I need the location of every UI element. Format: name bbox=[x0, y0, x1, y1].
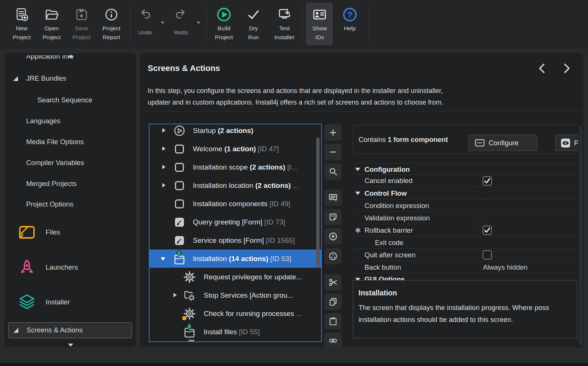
tree-item-installation-components[interactable]: Installation components [ID 49] bbox=[150, 195, 321, 213]
tree-item-startup[interactable]: Startup (2 actions) bbox=[150, 124, 321, 140]
undo-button[interactable] bbox=[138, 7, 152, 22]
sidebar-item-media-file-options[interactable]: Media File Options bbox=[26, 137, 84, 147]
expander-collapsed-icon[interactable] bbox=[173, 293, 177, 297]
tree-item-service-options[interactable]: Service options [Form] [ID 1565] bbox=[150, 231, 321, 249]
property-section-configuration[interactable]: Configuration bbox=[353, 163, 577, 175]
show-ids-label-1: Show bbox=[313, 25, 327, 31]
property-row-validation-expression[interactable]: Validation expression bbox=[353, 212, 577, 224]
checkbox-checked[interactable] bbox=[483, 176, 492, 186]
cut-button[interactable] bbox=[324, 274, 342, 291]
toolbar-divider bbox=[369, 4, 369, 44]
plus-icon bbox=[328, 128, 338, 137]
property-row-cancel-enabled[interactable]: Cancel enabled bbox=[353, 175, 577, 187]
property-section-control-flow[interactable]: Control Flow bbox=[353, 187, 577, 199]
section-collapse-icon[interactable] bbox=[355, 192, 360, 195]
sidebar-item-languages[interactable]: Languages bbox=[26, 116, 61, 126]
tree-item-welcome[interactable]: Welcome (1 action) [ID 47] bbox=[150, 140, 321, 158]
tree-item-installation-scope[interactable]: Installation scope (2 actions) [I... bbox=[150, 158, 321, 176]
redo-dropdown-arrow[interactable] bbox=[197, 22, 200, 24]
test-installer-button[interactable]: Test Installer bbox=[269, 2, 300, 46]
tree-item-check-running-processes[interactable]: Check for running processes ... bbox=[150, 304, 321, 323]
section-collapse-icon[interactable] bbox=[355, 168, 360, 171]
property-row-condition-expression[interactable]: Condition expression bbox=[353, 199, 577, 212]
open-project-button[interactable]: Open Project bbox=[37, 2, 66, 46]
redo-button[interactable] bbox=[174, 7, 188, 22]
toolbar-divider bbox=[130, 4, 130, 44]
property-label: Back button bbox=[364, 261, 401, 273]
expander-expanded-icon[interactable] bbox=[161, 257, 165, 261]
description-line2: installation actions should be added to … bbox=[358, 315, 513, 325]
header-divider bbox=[140, 112, 584, 112]
help-button[interactable]: ? Help bbox=[335, 2, 364, 46]
dry-run-button[interactable]: Dry Run bbox=[239, 2, 268, 46]
save-floppy-icon bbox=[74, 5, 89, 24]
minus-icon bbox=[328, 147, 338, 157]
property-row-quit-after-screen[interactable]: Quit after screen bbox=[353, 249, 577, 261]
checkbox-unchecked[interactable] bbox=[483, 250, 492, 260]
copy-button[interactable] bbox=[324, 294, 342, 310]
preview-button[interactable]: Preview bbox=[555, 135, 578, 151]
property-label: Condition expression bbox=[364, 199, 429, 212]
configure-label: Configure bbox=[489, 139, 518, 147]
dry-run-label-2: Run bbox=[248, 34, 259, 40]
section-label: Configuration bbox=[364, 164, 410, 175]
add-button[interactable] bbox=[324, 124, 342, 141]
screens-actions-tree[interactable]: Startup (2 actions) Welcome (1 action) [… bbox=[149, 124, 322, 342]
checkbox-checked[interactable] bbox=[483, 226, 492, 235]
nav-previous-icon[interactable] bbox=[537, 63, 547, 74]
property-label: Quit after screen bbox=[364, 249, 416, 261]
property-row-back-button[interactable]: Back button Always hidden bbox=[353, 261, 577, 273]
sidebar-item-screens-and-actions[interactable]: Screens & Actions bbox=[8, 322, 132, 338]
build-project-button[interactable]: Build Project bbox=[209, 2, 238, 46]
open-project-label-1: Open bbox=[44, 25, 59, 31]
property-label: Exit code bbox=[375, 236, 403, 249]
paste-button[interactable] bbox=[324, 313, 342, 329]
expander-collapsed-icon[interactable] bbox=[162, 128, 166, 133]
configure-button[interactable]: Configure bbox=[468, 135, 537, 151]
add-group-button[interactable] bbox=[324, 248, 342, 264]
add-form-screen-button[interactable] bbox=[324, 209, 342, 225]
link-button[interactable] bbox=[324, 332, 342, 347]
tree-item-query-greeting[interactable]: Query greeting [Form] [ID 73] bbox=[150, 213, 321, 231]
sidebar-item-search-sequence[interactable]: Search Sequence bbox=[37, 95, 92, 105]
tree-scrollbar[interactable] bbox=[316, 137, 320, 268]
undo-dropdown-arrow[interactable] bbox=[161, 22, 164, 24]
sidebar-item-merged-projects[interactable]: Merged Projects bbox=[26, 179, 77, 189]
property-label: Cancel enabled bbox=[364, 175, 413, 187]
sidebar-item-installer[interactable]: Installer bbox=[18, 293, 36, 313]
tree-item-request-privileges[interactable]: Request privileges for update... bbox=[150, 268, 321, 286]
tree-item-installation-selected[interactable]: Installation (14 actions) [ID 53] bbox=[150, 249, 321, 268]
screen-icon bbox=[173, 179, 186, 192]
green-download-arrow-icon bbox=[176, 250, 183, 257]
properties-scrollbar[interactable] bbox=[579, 125, 582, 345]
show-ids-button[interactable]: Show IDs bbox=[305, 2, 334, 46]
tree-item-installation-location[interactable]: Installation location (2 actions) ... bbox=[150, 176, 321, 195]
expander-collapsed-icon[interactable] bbox=[162, 165, 166, 169]
property-value[interactable]: Always hidden bbox=[483, 261, 527, 273]
expander-collapsed-icon[interactable] bbox=[162, 183, 166, 187]
sidebar-item-launchers[interactable]: Launchers bbox=[18, 258, 36, 278]
property-row-exit-code[interactable]: Exit code bbox=[353, 236, 577, 249]
nav-next-icon[interactable] bbox=[562, 63, 572, 74]
add-action-button[interactable] bbox=[324, 228, 342, 245]
remove-button[interactable] bbox=[324, 144, 342, 160]
project-report-button[interactable]: Project Report bbox=[97, 2, 126, 46]
expander-collapsed-icon[interactable] bbox=[162, 146, 166, 151]
save-project-button[interactable]: Save Project bbox=[67, 2, 96, 46]
add-screen-button[interactable] bbox=[324, 189, 342, 206]
property-row-rollback-barrier[interactable]: Rollback barrier bbox=[353, 224, 577, 236]
tree-item-stop-services[interactable]: Stop Services [Action grou... bbox=[150, 286, 321, 304]
sidebar-item-project-options[interactable]: Project Options bbox=[26, 199, 73, 209]
properties-area: Contains 1 form component Configure bbox=[353, 122, 578, 345]
sidebar-item-compiler-variables[interactable]: Compiler Variables bbox=[26, 158, 84, 168]
files-icon bbox=[18, 223, 36, 241]
search-button[interactable] bbox=[324, 163, 342, 180]
contains-text: Contains 1 form component bbox=[358, 125, 448, 154]
preview-label: Preview bbox=[574, 139, 578, 147]
sidebar-item-files[interactable]: Files bbox=[18, 223, 36, 243]
tree-item-install-files[interactable]: Install files [ID 55] bbox=[150, 323, 321, 341]
sidebar-item-application-info[interactable]: Application Info bbox=[26, 55, 74, 61]
sidebar-scroll-down-icon[interactable] bbox=[68, 344, 73, 347]
new-project-button[interactable]: New Project bbox=[7, 2, 36, 46]
description-line1: The screen that displays the installatio… bbox=[358, 303, 549, 313]
